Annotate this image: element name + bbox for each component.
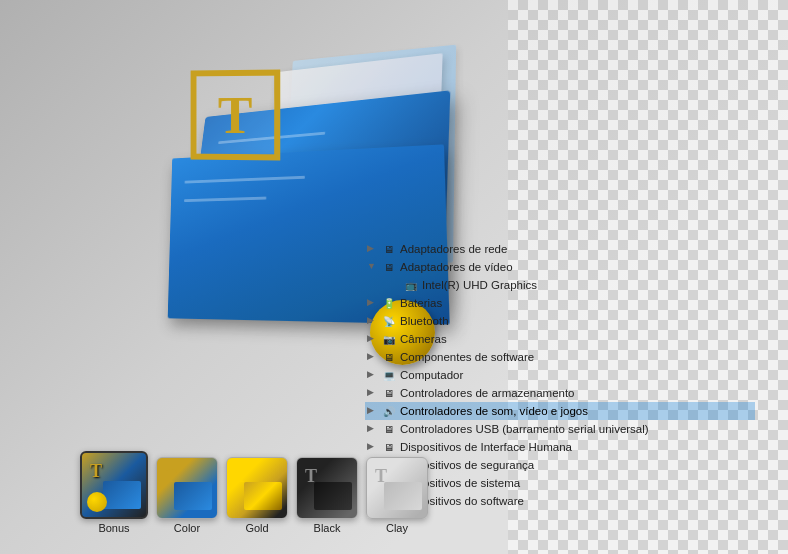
- tree-arrow: ▶: [367, 315, 379, 327]
- swatch-box-clay: T: [366, 457, 428, 519]
- mini-t-bonus: T: [90, 461, 102, 482]
- mini-coin-bonus: [87, 492, 107, 512]
- tree-label: Controladores USB (barramento serial uni…: [400, 423, 649, 435]
- tree-arrow: ▶: [367, 297, 379, 309]
- swatch-box-bonus: T: [80, 451, 148, 519]
- swatch-label-black: Black: [314, 522, 341, 534]
- tree-item-controladores-usb[interactable]: ▶ 🖥 Controladores USB (barramento serial…: [365, 420, 755, 438]
- tree-item-controladores-armazenamento[interactable]: ▶ 🖥 Controladores de armazenamento: [365, 384, 755, 402]
- tree-icon: 📡: [381, 313, 397, 329]
- mini-t-gold: T: [235, 466, 247, 487]
- tree-arrow: ▶: [367, 387, 379, 399]
- tree-arrow: ▶: [367, 333, 379, 345]
- main-canvas: ▶ 🖥 Adaptadores de rede ▼ 🖥 Adaptadores …: [0, 0, 788, 554]
- tree-icon: 🔊: [381, 403, 397, 419]
- swatch-color[interactable]: T Color: [156, 457, 218, 534]
- tree-label: Intel(R) UHD Graphics: [422, 279, 537, 291]
- swatch-clay[interactable]: T Clay: [366, 457, 428, 534]
- tree-label: Computador: [400, 369, 463, 381]
- tree-label: Controladores de armazenamento: [400, 387, 575, 399]
- mini-t-clay: T: [375, 466, 387, 487]
- swatch-label-bonus: Bonus: [98, 522, 129, 534]
- tree-icon: 🖥: [381, 259, 397, 275]
- tree-item-computador[interactable]: ▶ 💻 Computador: [365, 366, 755, 384]
- tree-label: Câmeras: [400, 333, 447, 345]
- mini-folder-color: T: [157, 458, 217, 518]
- swatch-box-color: T: [156, 457, 218, 519]
- tree-label: Bluetooth: [400, 315, 449, 327]
- swatch-label-clay: Clay: [386, 522, 408, 534]
- mini-folder-bonus: T: [82, 453, 146, 517]
- tree-arrow: ▶: [367, 423, 379, 435]
- tree-item-bluetooth[interactable]: ▶ 📡 Bluetooth: [365, 312, 755, 330]
- tree-icon: 📷: [381, 331, 397, 347]
- swatches-panel: T Bonus T Color T: [80, 451, 428, 534]
- tree-item-adaptadores-video[interactable]: ▼ 🖥 Adaptadores de vídeo: [365, 258, 755, 276]
- tree-arrow: ▶: [367, 405, 379, 417]
- tree-icon: 💻: [381, 367, 397, 383]
- mini-t-black: T: [305, 466, 317, 487]
- tree-arrow: ▶: [367, 369, 379, 381]
- tree-arrow: ▶: [367, 243, 379, 255]
- t-letter-icon: [191, 70, 281, 161]
- tree-icon: 🖥: [381, 421, 397, 437]
- tree-icon: 🖥: [381, 349, 397, 365]
- tree-icon: 🔋: [381, 295, 397, 311]
- tree-arrow: ▶: [367, 351, 379, 363]
- tree-icon: 📺: [403, 277, 419, 293]
- swatch-label-color: Color: [174, 522, 200, 534]
- tree-label: Baterias: [400, 297, 442, 309]
- swatch-box-gold: T: [226, 457, 288, 519]
- tree-item-baterias[interactable]: ▶ 🔋 Baterias: [365, 294, 755, 312]
- mini-folder-body-color: [174, 482, 212, 510]
- tree-label: Adaptadores de rede: [400, 243, 507, 255]
- tree-icon: 🖥: [381, 241, 397, 257]
- tree-item-intel-graphics[interactable]: 📺 Intel(R) UHD Graphics: [365, 276, 755, 294]
- tree-arrow: ▼: [367, 261, 379, 273]
- mini-folder-black: T: [297, 458, 357, 518]
- swatch-black[interactable]: T Black: [296, 457, 358, 534]
- tree-item-controladores-som[interactable]: ▶ 🔊 Controladores de som, vídeo e jogos: [365, 402, 755, 420]
- mini-folder-body-clay: [384, 482, 422, 510]
- mini-folder-body-gold: [244, 482, 282, 510]
- swatch-label-gold: Gold: [245, 522, 268, 534]
- tree-icon: 🖥: [381, 385, 397, 401]
- tree-item-componentes-software[interactable]: ▶ 🖥 Componentes de software: [365, 348, 755, 366]
- tree-item-cameras[interactable]: ▶ 📷 Câmeras: [365, 330, 755, 348]
- tree-label: Componentes de software: [400, 351, 534, 363]
- mini-folder-clay: T: [367, 458, 427, 518]
- tree-label: Controladores de som, vídeo e jogos: [400, 405, 588, 417]
- mini-folder-gold: T: [227, 458, 287, 518]
- tree-label: Adaptadores de vídeo: [400, 261, 513, 273]
- mini-t-color: T: [165, 466, 177, 487]
- swatch-box-black: T: [296, 457, 358, 519]
- mini-folder-body-black: [314, 482, 352, 510]
- swatch-bonus[interactable]: T Bonus: [80, 451, 148, 534]
- tree-item-adaptadores-rede[interactable]: ▶ 🖥 Adaptadores de rede: [365, 240, 755, 258]
- swatch-gold[interactable]: T Gold: [226, 457, 288, 534]
- mini-folder-body-bonus: [103, 481, 141, 509]
